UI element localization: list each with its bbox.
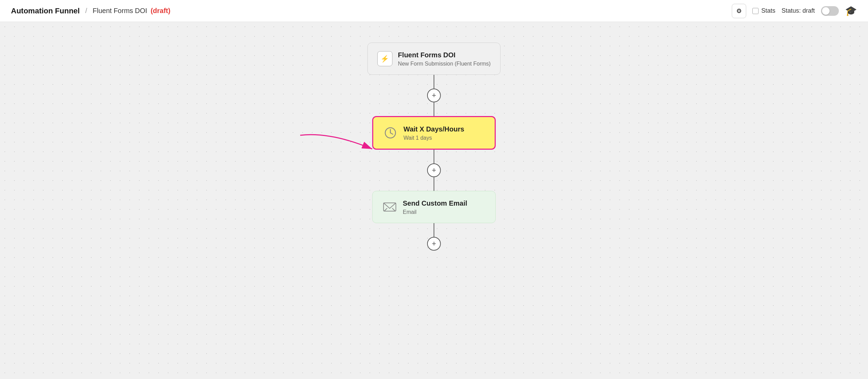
email-content: Send Custom Email Email <box>403 199 467 215</box>
header-actions: ⚙ Stats Status: draft 🎓 <box>732 4 857 18</box>
settings-button[interactable]: ⚙ <box>732 4 746 18</box>
connector-5 <box>434 223 434 237</box>
gear-icon: ⚙ <box>736 7 742 15</box>
lightning-icon: ⚡ <box>380 55 389 63</box>
flow-container: ⚡ Fluent Forms DOI New Form Submission (… <box>367 43 501 251</box>
breadcrumb-separator: / <box>85 7 87 15</box>
stats-checkbox[interactable] <box>752 8 759 14</box>
email-node[interactable]: Send Custom Email Email <box>372 191 496 223</box>
svg-line-3 <box>390 133 393 134</box>
trigger-subtitle: New Form Submission (Fluent Forms) <box>398 61 491 67</box>
email-title: Send Custom Email <box>403 199 467 208</box>
plus-icon-3: + <box>432 239 436 248</box>
trigger-node[interactable]: ⚡ Fluent Forms DOI New Form Submission (… <box>367 43 501 75</box>
plus-icon-2: + <box>432 166 436 175</box>
connector-1 <box>434 75 434 89</box>
draft-badge: (draft) <box>151 7 171 15</box>
trigger-icon-wrapper: ⚡ <box>377 51 392 66</box>
status-toggle[interactable] <box>821 6 839 16</box>
stats-toggle[interactable]: Stats <box>752 7 775 14</box>
add-node-button-2[interactable]: + <box>427 163 441 177</box>
connector-2 <box>434 102 434 116</box>
connector-3 <box>434 150 434 163</box>
plus-icon-1: + <box>432 91 436 100</box>
svg-line-6 <box>384 208 387 211</box>
email-icon <box>383 201 397 213</box>
app-title: Automation Funnel <box>11 7 80 15</box>
email-icon-wrapper <box>382 199 397 215</box>
funnel-name: Fluent Forms DOI <box>93 7 147 15</box>
wait-icon-wrapper <box>383 125 398 140</box>
add-node-button-1[interactable]: + <box>427 89 441 102</box>
flag-icon[interactable]: 🎓 <box>845 5 857 16</box>
svg-line-5 <box>392 208 395 211</box>
email-subtitle: Email <box>403 209 467 215</box>
connector-4 <box>434 177 434 191</box>
status-label: Status: draft <box>782 7 815 14</box>
trigger-icon-box: ⚡ <box>377 51 392 66</box>
automation-canvas: ⚡ Fluent Forms DOI New Form Submission (… <box>0 22 868 379</box>
clock-icon <box>384 127 397 139</box>
add-node-button-3[interactable]: + <box>427 237 441 251</box>
toggle-knob <box>822 7 830 15</box>
wait-subtitle: Wait 1 days <box>403 135 464 141</box>
stats-label: Stats <box>761 7 775 14</box>
trigger-title: Fluent Forms DOI <box>398 50 491 59</box>
wait-node[interactable]: Wait X Days/Hours Wait 1 days <box>372 116 496 150</box>
wait-title: Wait X Days/Hours <box>403 125 464 134</box>
breadcrumb: Automation Funnel / Fluent Forms DOI (dr… <box>11 7 171 15</box>
header: Automation Funnel / Fluent Forms DOI (dr… <box>0 0 868 22</box>
wait-content: Wait X Days/Hours Wait 1 days <box>403 125 464 141</box>
trigger-content: Fluent Forms DOI New Form Submission (Fl… <box>398 50 491 67</box>
